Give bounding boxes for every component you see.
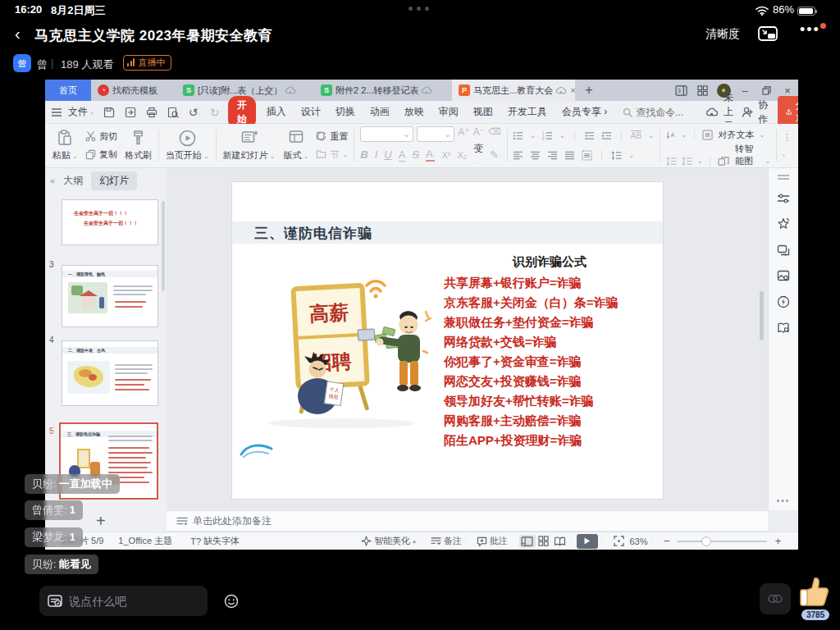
ribbon-tab[interactable]: 审阅 (439, 105, 459, 119)
ribbon-tab[interactable]: 插入 (267, 105, 286, 119)
slide-thumbnail-2[interactable]: 生命安全高于一切！！！ 生命安全高于一切！！！ (62, 199, 158, 245)
slide-5-canvas[interactable]: 三、谨防电信诈骗 高薪 招聘 (232, 182, 663, 499)
reset-button[interactable]: 重置 (316, 130, 348, 143)
zoom-slider[interactable] (677, 541, 767, 542)
editing-canvas[interactable]: 三、谨防电信诈骗 高薪 招聘 (167, 168, 768, 510)
zoom-level[interactable]: 63%· (629, 536, 652, 546)
missing-font-button[interactable]: T?缺失字体 (190, 535, 240, 547)
copy-button[interactable]: 复制 (85, 148, 117, 161)
tab-sheet-attachment[interactable]: S附件2 2...转移登记表 (314, 80, 452, 101)
distribute-button[interactable] (582, 150, 592, 161)
link-button[interactable] (760, 583, 791, 614)
increase-indent-button[interactable] (601, 131, 612, 140)
export-icon[interactable] (125, 107, 136, 118)
slide-title[interactable]: 三、谨防电信诈骗 (254, 224, 372, 243)
underline-button[interactable]: U (384, 148, 391, 161)
ribbon-tab[interactable]: 放映 (404, 105, 424, 119)
notes-toggle-button[interactable]: 备注· (431, 535, 467, 547)
collab-label[interactable]: 协作 (758, 98, 768, 126)
normal-view-button[interactable] (519, 535, 536, 548)
tab-list-button[interactable] (670, 80, 692, 101)
decrease-font-icon[interactable]: A⁻ (473, 126, 485, 142)
new-slide-button[interactable]: 新建幻灯片 ⌄ (219, 126, 280, 165)
align-text-label[interactable]: 对齐文本 (718, 129, 754, 141)
theme-name[interactable]: 1_Office 主题 (118, 535, 172, 547)
scam-cartoon-illustration[interactable]: 高薪 招聘 (247, 269, 440, 433)
menu-file[interactable]: 文件 (68, 105, 88, 119)
like-button[interactable] (797, 574, 830, 609)
back-button[interactable]: ‹ (15, 25, 21, 43)
zoom-in-button[interactable]: + (775, 535, 782, 547)
redo-icon[interactable]: ↻ (210, 106, 220, 119)
toolbar-scroll-icon[interactable]: › (783, 152, 792, 159)
command-search-input[interactable] (636, 107, 701, 118)
sidebar-drag-handle[interactable] (777, 175, 790, 180)
danmaku-settings-icon[interactable] (48, 594, 62, 609)
font-family-select[interactable]: ⌄ (360, 126, 413, 142)
align-left-button[interactable] (513, 151, 523, 160)
fit-slide-button[interactable] (614, 536, 624, 546)
new-tab-button[interactable]: + (575, 80, 603, 101)
phonetic-guide-button[interactable]: 变· (473, 142, 483, 167)
ribbon-tab[interactable]: 设计 (301, 105, 321, 119)
ribbon-tab[interactable]: 会员专享 › (562, 105, 607, 119)
play-options-icon[interactable]: · (600, 537, 603, 545)
panel-scrollbar[interactable] (162, 201, 165, 291)
spacing-after-button[interactable] (682, 157, 692, 166)
ribbon-tab[interactable]: 视图 (473, 105, 493, 119)
highlight-button[interactable]: ✎· (490, 148, 501, 161)
superscript-button[interactable]: X² (441, 150, 450, 160)
comments-button[interactable]: 批注 (477, 535, 508, 547)
slide-thumbnail-3[interactable]: 一、谨防雷电、触电 (62, 265, 158, 327)
font-size-select[interactable]: ⌄ (417, 126, 454, 142)
canvas-scrollbar[interactable] (760, 291, 764, 340)
ribbon-tab[interactable]: 切换 (336, 105, 355, 119)
object-properties-icon[interactable] (777, 194, 790, 203)
zoom-slider-knob[interactable] (701, 536, 711, 546)
line-spacing-button[interactable] (611, 151, 622, 160)
numbered-list-button[interactable] (542, 131, 553, 140)
animation-icon[interactable] (777, 244, 790, 256)
tab-wps-home[interactable]: 首页 (45, 80, 91, 101)
command-search[interactable] (623, 107, 701, 118)
cloud-status-icon[interactable] (706, 107, 719, 116)
effects-icon[interactable] (777, 217, 790, 231)
more-button[interactable]: ••• (800, 21, 820, 39)
reading-view-button[interactable] (552, 535, 568, 548)
section-button[interactable]: 节⌄ (316, 148, 348, 161)
smartart-button[interactable] (718, 156, 730, 167)
cut-button[interactable]: 剪切 (85, 130, 117, 143)
print-preview-icon[interactable] (167, 107, 179, 118)
font-color-button[interactable]: A· (426, 148, 435, 162)
streamer-avatar[interactable]: 曾 (13, 54, 31, 72)
subscript-button[interactable]: X₂ (457, 150, 467, 160)
text-rotate-button[interactable] (666, 130, 677, 139)
toolbar-overflow-icon[interactable]: ⋮ (783, 132, 792, 143)
quality-button[interactable]: 清晰度 (705, 27, 740, 42)
tab-outline[interactable]: 大纲 (63, 174, 83, 188)
chat-input[interactable] (69, 595, 217, 608)
hamburger-icon[interactable] (52, 108, 62, 116)
sidebar-more-icon[interactable]: ••• (777, 496, 791, 505)
format-painter-button[interactable]: 格式刷 (121, 126, 156, 165)
ribbon-tab[interactable]: 开发工具 (508, 105, 547, 119)
emoji-icon[interactable] (224, 594, 239, 609)
decrease-indent-button[interactable] (584, 131, 595, 140)
ribbon-tab[interactable]: 动画 (370, 105, 390, 119)
file-dropdown-icon[interactable]: ⌄ (89, 108, 95, 116)
tab-docer[interactable]: ◔找稻壳模板 (91, 80, 176, 101)
slide-thumbnail-4[interactable]: 二、谨防中暑、台风 (62, 340, 158, 406)
bullet-list-button[interactable] (513, 131, 523, 140)
clear-format-icon[interactable]: ⌫ (488, 126, 501, 142)
tab-slides[interactable]: 幻灯片 (91, 171, 137, 190)
bold-button[interactable]: B (360, 148, 368, 161)
zoom-out-button[interactable]: − (664, 535, 670, 547)
quick-tools-icon[interactable] (777, 295, 790, 308)
strikethrough-button[interactable]: S (412, 148, 419, 161)
chat-input-bar[interactable] (39, 586, 208, 616)
print-icon[interactable] (146, 107, 158, 118)
italic-button[interactable]: I (375, 148, 378, 161)
title-dropdown-icon[interactable]: ▼ (256, 30, 264, 39)
align-right-button[interactable] (547, 151, 558, 160)
beautify-button[interactable]: 智能美化▴ (361, 535, 416, 547)
